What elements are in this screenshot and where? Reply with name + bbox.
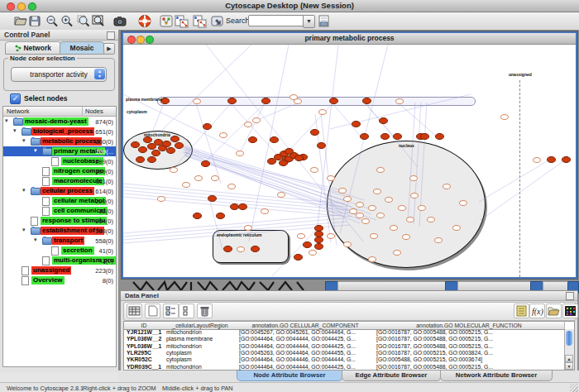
network-node[interactable]: [459, 200, 467, 206]
network-node[interactable]: [327, 233, 335, 239]
delete-attribute-button[interactable]: [197, 304, 213, 318]
scroll-down-button[interactable]: ▼: [565, 362, 573, 370]
tab-edge-attribute-browser[interactable]: Edge Attribute Browser: [342, 370, 441, 381]
scrollbar-thumb[interactable]: [566, 331, 572, 346]
network-node-selected[interactable]: [329, 98, 338, 104]
data-panel-float-icon[interactable]: [566, 292, 574, 300]
attribute-table-button[interactable]: [127, 304, 142, 318]
tree-row[interactable]: ▾cellular process614(0): [3, 186, 116, 196]
network-node[interactable]: [327, 175, 335, 181]
network-node[interactable]: [395, 98, 404, 104]
help-button[interactable]: [136, 13, 154, 29]
network-node-selected[interactable]: [547, 156, 556, 163]
network-node-selected[interactable]: [393, 133, 402, 140]
network-node-selected[interactable]: [248, 136, 257, 143]
network-node-selected[interactable]: [270, 136, 279, 143]
expand-triangle-icon[interactable]: ▾: [22, 187, 26, 194]
network-node-selected[interactable]: [162, 141, 171, 147]
network-node[interactable]: [376, 213, 385, 218]
tree-row[interactable]: ▾primary metabo209(...: [3, 146, 116, 156]
tree-row[interactable]: multi-organism pro42(0): [3, 256, 116, 265]
network-node-selected[interactable]: [362, 98, 371, 104]
network-node-selected[interactable]: [314, 237, 323, 243]
network-node[interactable]: [373, 189, 381, 194]
save-button[interactable]: [26, 13, 44, 29]
node-color-dropdown[interactable]: transporter activity ▲▼: [11, 67, 107, 82]
expand-triangle-icon[interactable]: ▾: [22, 227, 26, 233]
network-node[interactable]: [385, 197, 393, 203]
network-node[interactable]: [500, 114, 509, 120]
network-node-selected[interactable]: [314, 243, 323, 250]
network-node-selected[interactable]: [143, 136, 152, 143]
network-node[interactable]: [418, 205, 426, 211]
network-node[interactable]: [182, 182, 190, 188]
network-node[interactable]: [434, 237, 443, 243]
vizmapper-button[interactable]: [172, 13, 190, 29]
tab-mosaic[interactable]: Mosaic: [60, 41, 104, 55]
tree-row[interactable]: cell communicat22(0): [3, 206, 116, 216]
tab-network-attribute-browser[interactable]: Network Attribute Browser: [440, 370, 553, 381]
formula-builder-button[interactable]: f(x): [529, 304, 545, 318]
network-node[interactable]: [409, 175, 418, 181]
tree-row[interactable]: response to stimulu264(0): [3, 216, 116, 226]
table-row[interactable]: YDR039C__1mitochondrion[GO:0044464, GO:0…: [124, 364, 564, 370]
network-node[interactable]: [157, 196, 165, 202]
expand-triangle-icon[interactable]: ▾: [13, 127, 17, 134]
network-node-selected[interactable]: [317, 142, 326, 149]
network-node[interactable]: [402, 234, 410, 240]
network-node[interactable]: [194, 175, 203, 181]
tree-row[interactable]: ▾biological_process651(0): [3, 127, 116, 136]
tree-row[interactable]: ▾mosaic-demo-yeast874(0): [3, 117, 116, 127]
attribute-list-button[interactable]: [514, 304, 529, 318]
tree-row[interactable]: ▾metabolic process280(0): [3, 136, 116, 146]
expand-triangle-icon[interactable]: ▾: [5, 117, 8, 124]
network-node-selected[interactable]: [251, 246, 260, 252]
network-node[interactable]: [370, 233, 378, 239]
network-node[interactable]: [410, 193, 419, 198]
network-node[interactable]: [398, 205, 406, 211]
network-node[interactable]: [297, 233, 305, 239]
network-node-selected[interactable]: [303, 241, 312, 248]
network-node[interactable]: [219, 132, 227, 138]
network-node-selected[interactable]: [203, 123, 212, 130]
network-node-selected[interactable]: [435, 133, 444, 140]
expand-triangle-icon[interactable]: ▾: [34, 237, 37, 243]
import-attributes-button[interactable]: [546, 304, 562, 318]
network-node-selected[interactable]: [294, 155, 304, 161]
network-node[interactable]: [368, 256, 376, 262]
table-row[interactable]: YKR052Ccytoplasm[GO:0044464, GO:0044446,…: [124, 356, 564, 363]
network-node[interactable]: [406, 217, 414, 222]
network-node[interactable]: [390, 225, 398, 231]
network-node[interactable]: [368, 205, 376, 211]
network-node[interactable]: [356, 202, 364, 208]
network-node-selected[interactable]: [279, 160, 288, 166]
new-attribute-button[interactable]: [145, 304, 160, 318]
tree-row[interactable]: macromolecule311(0): [3, 176, 116, 186]
network-node[interactable]: [318, 109, 327, 115]
network-node[interactable]: [343, 241, 352, 247]
unselect-attributes-button[interactable]: [179, 304, 194, 318]
network-node[interactable]: [338, 188, 347, 194]
network-node[interactable]: [193, 98, 201, 104]
search-input[interactable]: [248, 15, 304, 26]
float-panel-icon[interactable]: [107, 31, 115, 40]
network-node-selected[interactable]: [379, 117, 388, 124]
tree-row[interactable]: ▾transport558(0): [3, 236, 116, 246]
table-scrollbar[interactable]: ▲ ▼: [564, 329, 574, 370]
expand-triangle-icon[interactable]: ▾: [34, 147, 37, 154]
tab-node-attribute-browser[interactable]: Node Attribute Browser: [237, 370, 342, 381]
network-node-selected[interactable]: [170, 136, 179, 142]
network-node-selected[interactable]: [294, 254, 303, 261]
tree-row[interactable]: cellular metabol209(0): [3, 196, 116, 206]
select-nodes-checkbox[interactable]: ✓: [10, 93, 21, 104]
tab-network[interactable]: Network: [5, 41, 61, 55]
network-node[interactable]: [309, 250, 317, 256]
network-node[interactable]: [427, 217, 435, 222]
network-node[interactable]: [261, 208, 269, 214]
network-node[interactable]: [349, 208, 357, 214]
network-node-selected[interactable]: [420, 133, 429, 140]
network-node-selected[interactable]: [360, 133, 369, 140]
filter-button[interactable]: [190, 13, 208, 29]
zoom-in-button[interactable]: [58, 13, 76, 29]
network-node[interactable]: [452, 225, 461, 231]
